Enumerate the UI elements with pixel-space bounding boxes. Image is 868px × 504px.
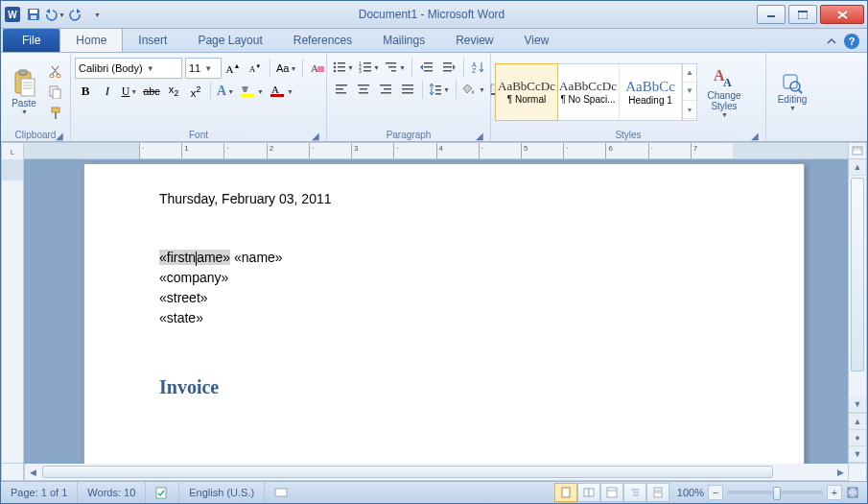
- tab-review[interactable]: Review: [440, 29, 508, 52]
- zoom-out-button[interactable]: −: [708, 485, 723, 500]
- italic-button[interactable]: I: [97, 82, 118, 101]
- zoom-slider[interactable]: [727, 491, 823, 494]
- font-dialog-launcher[interactable]: ◢: [311, 131, 320, 140]
- styles-dialog-launcher[interactable]: ◢: [750, 131, 760, 140]
- align-right-button[interactable]: [375, 80, 396, 99]
- tab-page-layout[interactable]: Page Layout: [182, 29, 277, 52]
- sort-button[interactable]: AZ: [468, 58, 489, 77]
- clear-formatting-button[interactable]: A: [307, 59, 328, 78]
- decrease-indent-button[interactable]: [416, 58, 437, 77]
- document-canvas[interactable]: Thursday, February 03, 2011 «firstname» …: [24, 159, 848, 464]
- view-print-layout[interactable]: [554, 483, 577, 502]
- vertical-scrollbar[interactable]: ▲ ▼ ▲ ● ▼: [848, 159, 867, 464]
- multilevel-list-button[interactable]: ▼: [383, 58, 408, 77]
- view-full-screen-reading[interactable]: [577, 483, 600, 502]
- font-color-button[interactable]: A▼: [267, 82, 295, 101]
- superscript-button[interactable]: x2: [185, 82, 206, 101]
- strikethrough-button[interactable]: abc: [141, 82, 162, 101]
- view-ruler-toggle[interactable]: [849, 142, 867, 159]
- zoom-thumb[interactable]: [773, 487, 781, 500]
- change-styles-button[interactable]: AA Change Styles▼: [701, 60, 747, 124]
- clipboard-dialog-launcher[interactable]: ◢: [55, 131, 64, 140]
- align-left-button[interactable]: [331, 80, 352, 99]
- tab-view[interactable]: View: [509, 29, 565, 52]
- font-name-combo[interactable]: Calibri (Body)▼: [75, 58, 182, 79]
- tab-home[interactable]: Home: [59, 28, 123, 52]
- shrink-font-button[interactable]: A▼: [245, 59, 266, 78]
- highlight-button[interactable]: ▼: [237, 82, 266, 101]
- bold-button[interactable]: B: [75, 82, 96, 101]
- change-case-button[interactable]: Aa▼: [274, 59, 298, 78]
- horizontal-ruler[interactable]: ·1·2·3·4·5·6·7: [24, 142, 849, 159]
- close-button[interactable]: [820, 5, 864, 24]
- zoom-level[interactable]: 100%: [677, 487, 704, 498]
- format-painter-button[interactable]: [45, 104, 66, 123]
- merge-field-company[interactable]: «company»: [159, 268, 729, 288]
- line-spacing-button[interactable]: ▼: [427, 80, 452, 99]
- qat-customize-button[interactable]: ▼: [87, 5, 106, 24]
- help-button[interactable]: ?: [844, 34, 859, 49]
- horizontal-scrollbar[interactable]: ◀ ▶: [24, 464, 849, 481]
- vscroll-thumb[interactable]: [851, 178, 864, 372]
- style-scroll-down[interactable]: ▼: [683, 83, 696, 101]
- tab-references[interactable]: References: [278, 29, 367, 52]
- hscroll-right-button[interactable]: ▶: [833, 464, 848, 480]
- hscroll-thumb[interactable]: [42, 466, 773, 478]
- tab-insert[interactable]: Insert: [123, 29, 182, 52]
- paste-button[interactable]: Paste ▼: [5, 60, 43, 124]
- view-web-layout[interactable]: [600, 483, 623, 502]
- tab-mailings[interactable]: Mailings: [367, 29, 440, 52]
- font-size-combo[interactable]: 11▼: [185, 58, 222, 79]
- maximize-button[interactable]: [788, 5, 817, 24]
- paragraph-dialog-launcher[interactable]: ◢: [475, 131, 484, 140]
- shading-button[interactable]: ▼: [460, 80, 487, 99]
- minimize-button[interactable]: [757, 5, 786, 24]
- style-normal[interactable]: AaBbCcDc ¶ Normal: [495, 63, 558, 121]
- status-page[interactable]: Page: 1 of 1: [1, 482, 78, 503]
- underline-button[interactable]: U▼: [119, 82, 140, 101]
- page-content[interactable]: Thursday, February 03, 2011 «firstname» …: [84, 164, 804, 426]
- save-button[interactable]: [24, 5, 43, 24]
- zoom-fit-button[interactable]: [846, 486, 859, 499]
- select-browse-object-button[interactable]: ●: [849, 430, 866, 446]
- style-gallery-more[interactable]: ▾: [683, 101, 696, 119]
- resize-grip[interactable]: [849, 464, 867, 481]
- numbering-button[interactable]: 123▼: [357, 58, 382, 77]
- status-word-count[interactable]: Words: 10: [78, 482, 146, 503]
- minimize-ribbon-button[interactable]: [825, 35, 838, 48]
- editing-button[interactable]: Editing▼: [770, 60, 814, 124]
- next-page-button[interactable]: ▼: [849, 446, 866, 463]
- hscroll-track[interactable]: [40, 464, 833, 480]
- merge-field-firstname[interactable]: «firstname»: [159, 250, 230, 265]
- undo-button[interactable]: ▼: [45, 5, 64, 24]
- text-effects-button[interactable]: A▼: [215, 82, 236, 101]
- tab-file[interactable]: File: [3, 29, 59, 52]
- status-insert-mode[interactable]: [265, 482, 297, 503]
- vertical-ruler[interactable]: [1, 159, 24, 464]
- status-proofing[interactable]: [146, 482, 179, 503]
- merge-field-state[interactable]: «state»: [159, 308, 729, 328]
- view-draft[interactable]: [646, 483, 669, 502]
- style-scroll-up[interactable]: ▲: [683, 64, 696, 83]
- subscript-button[interactable]: x2: [163, 82, 184, 101]
- style-no-spacing[interactable]: AaBbCcDc ¶ No Spaci...: [557, 64, 620, 120]
- status-language[interactable]: English (U.S.): [179, 482, 265, 503]
- zoom-in-button[interactable]: +: [827, 485, 842, 500]
- merge-field-street[interactable]: «street»: [159, 288, 729, 308]
- grow-font-button[interactable]: A▲: [223, 59, 244, 78]
- vscroll-track[interactable]: [849, 176, 866, 396]
- redo-button[interactable]: [66, 5, 85, 24]
- tab-selector[interactable]: L: [1, 142, 24, 161]
- scroll-down-button[interactable]: ▼: [849, 396, 866, 413]
- cut-button[interactable]: [45, 61, 66, 81]
- bullets-button[interactable]: ▼: [331, 58, 356, 77]
- increase-indent-button[interactable]: [438, 58, 459, 77]
- copy-button[interactable]: [45, 83, 66, 102]
- hscroll-left-button[interactable]: ◀: [25, 464, 40, 480]
- scroll-up-button[interactable]: ▲: [849, 159, 866, 176]
- view-outline[interactable]: [623, 483, 646, 502]
- merge-field-name[interactable]: «name»: [234, 250, 283, 265]
- justify-button[interactable]: [397, 80, 418, 99]
- align-center-button[interactable]: [353, 80, 374, 99]
- previous-page-button[interactable]: ▲: [849, 413, 866, 430]
